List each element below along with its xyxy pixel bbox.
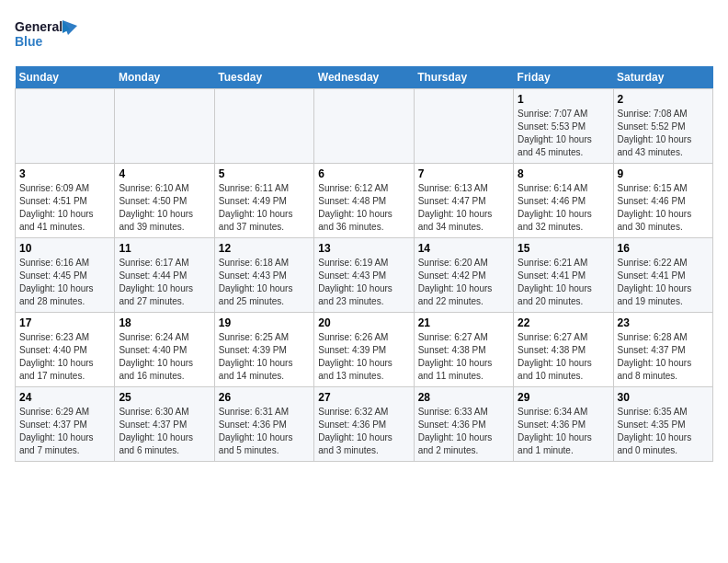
day-info: Sunrise: 7:07 AM Sunset: 5:53 PM Dayligh… xyxy=(518,108,609,159)
day-number: 1 xyxy=(518,93,609,106)
calendar-cell: 30Sunrise: 6:35 AM Sunset: 4:35 PM Dayli… xyxy=(613,387,712,462)
calendar-cell: 7Sunrise: 6:13 AM Sunset: 4:47 PM Daylig… xyxy=(414,164,513,238)
calendar-cell: 2Sunrise: 7:08 AM Sunset: 5:52 PM Daylig… xyxy=(613,89,712,164)
weekday-header-wednesday: Wednesday xyxy=(314,66,414,89)
day-info: Sunrise: 6:27 AM Sunset: 4:38 PM Dayligh… xyxy=(518,331,609,383)
day-info: Sunrise: 6:30 AM Sunset: 4:37 PM Dayligh… xyxy=(119,406,210,457)
day-info: Sunrise: 6:16 AM Sunset: 4:45 PM Dayligh… xyxy=(19,257,110,308)
weekday-header-thursday: Thursday xyxy=(414,66,513,89)
day-info: Sunrise: 6:24 AM Sunset: 4:40 PM Dayligh… xyxy=(119,331,210,383)
calendar-cell: 5Sunrise: 6:11 AM Sunset: 4:49 PM Daylig… xyxy=(214,164,313,238)
calendar-cell: 17Sunrise: 6:23 AM Sunset: 4:40 PM Dayli… xyxy=(16,313,115,387)
day-info: Sunrise: 6:15 AM Sunset: 4:46 PM Dayligh… xyxy=(618,182,709,234)
day-number: 6 xyxy=(318,167,409,180)
day-number: 14 xyxy=(418,242,509,255)
day-info: Sunrise: 6:23 AM Sunset: 4:40 PM Dayligh… xyxy=(19,331,110,383)
logo: GeneralBlue xyxy=(15,15,79,55)
calendar-cell: 23Sunrise: 6:28 AM Sunset: 4:37 PM Dayli… xyxy=(613,313,712,387)
svg-text:Blue: Blue xyxy=(15,34,43,49)
weekday-header-sunday: Sunday xyxy=(16,66,115,89)
day-number: 2 xyxy=(618,93,709,106)
day-info: Sunrise: 6:29 AM Sunset: 4:37 PM Dayligh… xyxy=(19,406,110,457)
day-number: 3 xyxy=(19,167,110,180)
calendar-table: SundayMondayTuesdayWednesdayThursdayFrid… xyxy=(15,66,713,462)
calendar-cell: 19Sunrise: 6:25 AM Sunset: 4:39 PM Dayli… xyxy=(214,313,313,387)
day-info: Sunrise: 6:25 AM Sunset: 4:39 PM Dayligh… xyxy=(219,331,310,383)
day-info: Sunrise: 6:33 AM Sunset: 4:36 PM Dayligh… xyxy=(418,406,509,457)
calendar-cell xyxy=(214,89,313,164)
calendar-cell: 1Sunrise: 7:07 AM Sunset: 5:53 PM Daylig… xyxy=(514,89,613,164)
calendar-cell xyxy=(16,89,115,164)
day-info: Sunrise: 6:32 AM Sunset: 4:36 PM Dayligh… xyxy=(318,406,409,457)
calendar-cell: 29Sunrise: 6:34 AM Sunset: 4:36 PM Dayli… xyxy=(514,387,613,462)
day-info: Sunrise: 6:34 AM Sunset: 4:36 PM Dayligh… xyxy=(518,406,609,457)
day-info: Sunrise: 6:21 AM Sunset: 4:41 PM Dayligh… xyxy=(518,257,609,308)
calendar-header: SundayMondayTuesdayWednesdayThursdayFrid… xyxy=(16,66,713,89)
calendar-cell: 28Sunrise: 6:33 AM Sunset: 4:36 PM Dayli… xyxy=(414,387,513,462)
day-number: 16 xyxy=(618,242,709,255)
day-info: Sunrise: 6:28 AM Sunset: 4:37 PM Dayligh… xyxy=(618,331,709,383)
calendar-cell: 16Sunrise: 6:22 AM Sunset: 4:41 PM Dayli… xyxy=(613,238,712,313)
day-info: Sunrise: 6:13 AM Sunset: 4:47 PM Dayligh… xyxy=(418,182,509,234)
logo-icon: GeneralBlue xyxy=(15,15,79,55)
day-number: 5 xyxy=(219,167,310,180)
calendar-cell: 10Sunrise: 6:16 AM Sunset: 4:45 PM Dayli… xyxy=(16,238,115,313)
day-info: Sunrise: 6:18 AM Sunset: 4:43 PM Dayligh… xyxy=(219,257,310,308)
calendar-cell: 27Sunrise: 6:32 AM Sunset: 4:36 PM Dayli… xyxy=(314,387,414,462)
day-number: 23 xyxy=(618,316,709,329)
day-number: 26 xyxy=(219,391,310,404)
weekday-header-monday: Monday xyxy=(115,66,214,89)
calendar-cell: 9Sunrise: 6:15 AM Sunset: 4:46 PM Daylig… xyxy=(613,164,712,238)
day-number: 7 xyxy=(418,167,509,180)
calendar-cell: 11Sunrise: 6:17 AM Sunset: 4:44 PM Dayli… xyxy=(115,238,214,313)
calendar-cell xyxy=(115,89,214,164)
calendar-cell: 22Sunrise: 6:27 AM Sunset: 4:38 PM Dayli… xyxy=(514,313,613,387)
weekday-header-friday: Friday xyxy=(514,66,613,89)
page-header: GeneralBlue xyxy=(15,15,713,55)
day-info: Sunrise: 6:09 AM Sunset: 4:51 PM Dayligh… xyxy=(19,182,110,234)
calendar-cell: 15Sunrise: 6:21 AM Sunset: 4:41 PM Dayli… xyxy=(514,238,613,313)
calendar-cell: 18Sunrise: 6:24 AM Sunset: 4:40 PM Dayli… xyxy=(115,313,214,387)
day-number: 8 xyxy=(518,167,609,180)
day-number: 20 xyxy=(318,316,409,329)
calendar-cell: 20Sunrise: 6:26 AM Sunset: 4:39 PM Dayli… xyxy=(314,313,414,387)
day-number: 24 xyxy=(19,391,110,404)
calendar-cell xyxy=(414,89,513,164)
day-info: Sunrise: 6:14 AM Sunset: 4:46 PM Dayligh… xyxy=(518,182,609,234)
weekday-header-tuesday: Tuesday xyxy=(214,66,313,89)
day-number: 18 xyxy=(119,316,210,329)
day-number: 30 xyxy=(618,391,709,404)
calendar-cell: 21Sunrise: 6:27 AM Sunset: 4:38 PM Dayli… xyxy=(414,313,513,387)
calendar-cell: 26Sunrise: 6:31 AM Sunset: 4:36 PM Dayli… xyxy=(214,387,313,462)
calendar-cell: 25Sunrise: 6:30 AM Sunset: 4:37 PM Dayli… xyxy=(115,387,214,462)
day-info: Sunrise: 6:27 AM Sunset: 4:38 PM Dayligh… xyxy=(418,331,509,383)
day-number: 21 xyxy=(418,316,509,329)
calendar-cell xyxy=(314,89,414,164)
day-info: Sunrise: 6:31 AM Sunset: 4:36 PM Dayligh… xyxy=(219,406,310,457)
day-info: Sunrise: 6:12 AM Sunset: 4:48 PM Dayligh… xyxy=(318,182,409,234)
weekday-header-saturday: Saturday xyxy=(613,66,712,89)
day-number: 19 xyxy=(219,316,310,329)
calendar-cell: 3Sunrise: 6:09 AM Sunset: 4:51 PM Daylig… xyxy=(16,164,115,238)
day-number: 10 xyxy=(19,242,110,255)
calendar-cell: 13Sunrise: 6:19 AM Sunset: 4:43 PM Dayli… xyxy=(314,238,414,313)
day-info: Sunrise: 6:10 AM Sunset: 4:50 PM Dayligh… xyxy=(119,182,210,234)
day-number: 29 xyxy=(518,391,609,404)
day-number: 4 xyxy=(119,167,210,180)
svg-text:General: General xyxy=(15,19,63,34)
day-number: 13 xyxy=(318,242,409,255)
calendar-cell: 8Sunrise: 6:14 AM Sunset: 4:46 PM Daylig… xyxy=(514,164,613,238)
calendar-cell: 4Sunrise: 6:10 AM Sunset: 4:50 PM Daylig… xyxy=(115,164,214,238)
day-info: Sunrise: 6:22 AM Sunset: 4:41 PM Dayligh… xyxy=(618,257,709,308)
day-number: 22 xyxy=(518,316,609,329)
day-number: 17 xyxy=(19,316,110,329)
day-info: Sunrise: 6:26 AM Sunset: 4:39 PM Dayligh… xyxy=(318,331,409,383)
calendar-cell: 24Sunrise: 6:29 AM Sunset: 4:37 PM Dayli… xyxy=(16,387,115,462)
day-number: 27 xyxy=(318,391,409,404)
day-number: 9 xyxy=(618,167,709,180)
day-number: 11 xyxy=(119,242,210,255)
day-info: Sunrise: 6:11 AM Sunset: 4:49 PM Dayligh… xyxy=(219,182,310,234)
day-info: Sunrise: 6:20 AM Sunset: 4:42 PM Dayligh… xyxy=(418,257,509,308)
calendar-cell: 14Sunrise: 6:20 AM Sunset: 4:42 PM Dayli… xyxy=(414,238,513,313)
calendar-cell: 6Sunrise: 6:12 AM Sunset: 4:48 PM Daylig… xyxy=(314,164,414,238)
